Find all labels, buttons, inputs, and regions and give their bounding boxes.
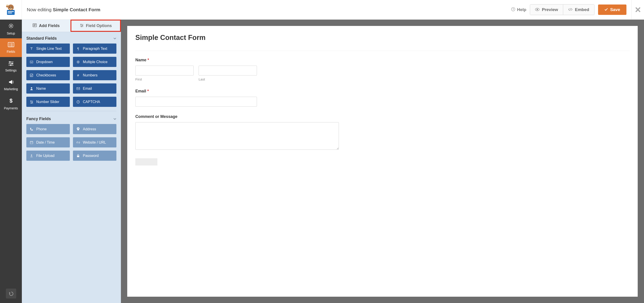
sidebar-item-setup[interactable]: Setup bbox=[0, 20, 22, 38]
close-button[interactable] bbox=[632, 0, 644, 20]
field-label: Phone bbox=[36, 127, 46, 131]
svg-text:?: ? bbox=[78, 101, 78, 103]
field-dropdown[interactable]: Dropdown bbox=[26, 57, 70, 67]
form-canvas: Simple Contact Form Name * First Las bbox=[127, 26, 638, 297]
svg-rect-49 bbox=[81, 26, 82, 27]
text-icon: T bbox=[30, 47, 34, 50]
panel-collapse-button[interactable] bbox=[121, 90, 121, 99]
field-date-time[interactable]: Date / Time bbox=[26, 137, 70, 147]
sidebar-item-fields[interactable]: Fields bbox=[0, 38, 22, 57]
svg-point-56 bbox=[31, 87, 32, 89]
submit-button[interactable] bbox=[135, 158, 158, 165]
svg-rect-47 bbox=[82, 25, 83, 26]
field-file-upload[interactable]: File Upload bbox=[26, 151, 70, 161]
sidebar-label: Settings bbox=[5, 69, 17, 72]
email-input[interactable] bbox=[135, 97, 257, 107]
person-icon bbox=[30, 87, 34, 90]
comment-textarea[interactable] bbox=[135, 122, 339, 150]
sidebar-label: Setup bbox=[7, 32, 15, 35]
preview-embed-group: Preview Embed bbox=[530, 4, 594, 15]
field-checkboxes[interactable]: Checkboxes bbox=[26, 70, 70, 80]
svg-text:$: $ bbox=[10, 98, 12, 104]
field-label: Date / Time bbox=[36, 140, 55, 145]
sidebar-item-settings[interactable]: Settings bbox=[0, 57, 22, 76]
field-label-name: Name * bbox=[135, 58, 630, 63]
field-number-slider[interactable]: Number Slider bbox=[26, 97, 70, 107]
required-indicator: * bbox=[148, 58, 149, 62]
field-label: CAPTCHA bbox=[83, 100, 100, 104]
svg-point-16 bbox=[10, 25, 12, 27]
svg-rect-57 bbox=[77, 88, 80, 90]
check-icon bbox=[604, 7, 608, 12]
svg-rect-37 bbox=[10, 65, 11, 66]
form-name: Simple Contact Form bbox=[53, 7, 100, 12]
field-label: Checkboxes bbox=[36, 73, 56, 77]
svg-text:?: ? bbox=[512, 8, 514, 11]
field-single-line-text[interactable]: TSingle Line Text bbox=[26, 44, 70, 54]
section-header-standard[interactable]: Standard Fields bbox=[22, 32, 121, 44]
form-title: Simple Contact Form bbox=[135, 34, 630, 51]
history-icon bbox=[8, 291, 14, 296]
svg-rect-9 bbox=[6, 5, 7, 6]
field-label: Multiple Choice bbox=[83, 60, 108, 64]
section-header-fancy[interactable]: Fancy Fields bbox=[22, 113, 121, 124]
pin-icon bbox=[76, 127, 80, 131]
standard-fields-grid: TSingle Line Text ¶Paragraph Text Dropdo… bbox=[22, 44, 121, 111]
help-link[interactable]: ? Help bbox=[511, 7, 526, 13]
save-button[interactable]: Save bbox=[598, 5, 626, 15]
field-numbers[interactable]: #Numbers bbox=[73, 70, 116, 80]
first-name-input[interactable] bbox=[135, 66, 194, 76]
svg-line-21 bbox=[9, 24, 10, 25]
sidebar-item-payments[interactable]: $ Payments bbox=[0, 95, 22, 113]
field-phone[interactable]: Phone bbox=[26, 124, 70, 134]
tab-field-options[interactable]: Field Options bbox=[70, 20, 121, 32]
sidebar-item-marketing[interactable]: Marketing bbox=[0, 76, 22, 95]
form-field-email[interactable]: Email * bbox=[135, 89, 630, 107]
last-name-input[interactable] bbox=[198, 66, 257, 76]
field-label: Numbers bbox=[83, 73, 98, 77]
revisions-button[interactable] bbox=[6, 288, 16, 298]
form-field-name[interactable]: Name * First Last bbox=[135, 58, 630, 81]
svg-point-30 bbox=[9, 46, 10, 46]
svg-point-5 bbox=[12, 7, 12, 8]
last-sublabel: Last bbox=[198, 77, 257, 81]
wpforms-logo-icon bbox=[5, 4, 16, 15]
field-label: File Upload bbox=[36, 154, 54, 158]
svg-line-23 bbox=[12, 24, 13, 25]
svg-rect-33 bbox=[10, 61, 10, 63]
field-label: Number Slider bbox=[36, 100, 59, 104]
field-label: Website / URL bbox=[83, 140, 106, 145]
panel-tabs: Add Fields Field Options bbox=[22, 20, 121, 32]
tab-label: Add Fields bbox=[39, 24, 60, 28]
field-multiple-choice[interactable]: Multiple Choice bbox=[73, 57, 116, 67]
field-captcha[interactable]: ?CAPTCHA bbox=[73, 97, 116, 107]
section-title: Standard Fields bbox=[26, 36, 57, 41]
svg-rect-71 bbox=[77, 156, 79, 157]
field-password[interactable]: Password bbox=[73, 151, 116, 161]
field-website-url[interactable]: Website / URL bbox=[73, 137, 116, 147]
preview-button[interactable]: Preview bbox=[530, 5, 563, 15]
field-name[interactable]: Name bbox=[26, 83, 70, 94]
field-label: Single Line Text bbox=[36, 47, 62, 51]
code-icon bbox=[568, 7, 572, 12]
required-indicator: * bbox=[147, 89, 149, 93]
field-email[interactable]: Email bbox=[73, 83, 116, 94]
field-paragraph-text[interactable]: ¶Paragraph Text bbox=[73, 44, 116, 54]
svg-rect-63 bbox=[31, 103, 32, 104]
form-field-comment[interactable]: Comment or Message bbox=[135, 114, 630, 151]
editing-prefix: Now editing bbox=[27, 7, 52, 12]
field-label: Password bbox=[83, 154, 99, 158]
field-address[interactable]: Address bbox=[73, 124, 116, 134]
help-icon: ? bbox=[511, 7, 515, 13]
hash-icon: # bbox=[76, 73, 80, 77]
field-label: Address bbox=[83, 127, 96, 131]
field-label-email: Email * bbox=[135, 89, 630, 94]
svg-point-7 bbox=[10, 8, 12, 9]
embed-label: Embed bbox=[575, 7, 589, 12]
embed-button[interactable]: Embed bbox=[563, 5, 594, 15]
tab-add-fields[interactable]: Add Fields bbox=[22, 20, 70, 32]
tab-label: Field Options bbox=[86, 24, 112, 28]
sidebar-label: Fields bbox=[7, 50, 15, 54]
dollar-icon: $ bbox=[9, 98, 13, 105]
svg-rect-1 bbox=[8, 11, 14, 12]
